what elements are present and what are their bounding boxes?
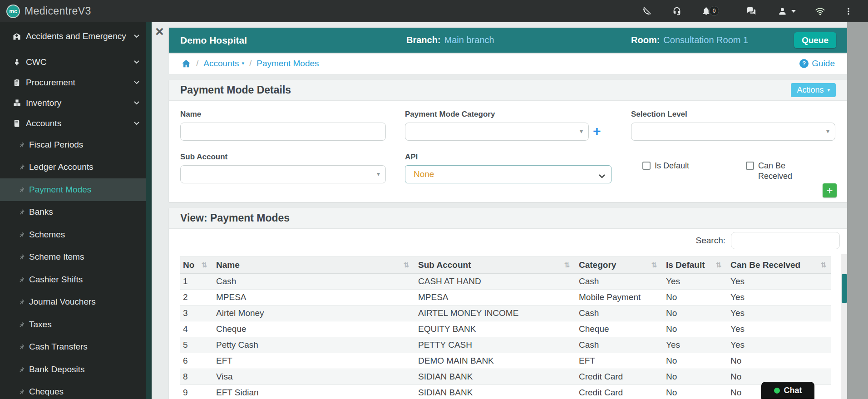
branch-link[interactable]: Main branch [444, 35, 494, 45]
sidebar-item-label: Procurement [26, 78, 75, 88]
question-icon: ? [799, 59, 809, 68]
sidebar-item-accounts[interactable]: Accounts [0, 113, 146, 133]
question-glyph: ? [802, 60, 806, 67]
breadcrumb-label: Accounts [203, 59, 239, 69]
pin-icon [18, 299, 25, 305]
column-header-name[interactable]: Name⇅ [212, 257, 414, 274]
search-input[interactable] [731, 232, 840, 249]
table-row[interactable]: 6EFTDEMO MAIN BANKEFTNoNo [180, 353, 831, 369]
scrollbar-thumb[interactable] [842, 274, 847, 303]
view-payment-modes-panel: View: Payment Modes Search: No [169, 208, 847, 399]
name-input[interactable] [180, 123, 386, 141]
cell-category: EFT [574, 353, 661, 369]
wifi-status-icon[interactable] [814, 0, 826, 22]
spacer [169, 202, 847, 208]
brand-title: MedicentreV3 [25, 5, 91, 17]
breadcrumb-separator: / [249, 59, 252, 69]
chevron-down-icon: ▾ [580, 128, 583, 135]
cell-no: 9 [180, 385, 212, 399]
breadcrumb-accounts[interactable]: Accounts ▾ [203, 59, 244, 69]
hospital-name: Demo Hospital [180, 28, 247, 53]
sidebar-item-cwc[interactable]: CWC [0, 52, 146, 72]
scrollbar[interactable] [841, 254, 847, 399]
table-row[interactable]: 3Airtel MoneyAIRTEL MONEY INCOMECashNoYe… [180, 305, 831, 321]
sidebar-item-procurement[interactable]: Procurement [0, 72, 146, 93]
user-menu-icon[interactable] [777, 0, 788, 22]
add-category-icon[interactable]: + [593, 123, 601, 139]
payment-mode-category-select[interactable]: ▾ [405, 123, 589, 141]
category-field-group: Payment Mode Category ▾ [405, 110, 589, 141]
column-header-no[interactable]: No⇅ [180, 257, 212, 274]
sidebar-item-inventory[interactable]: Inventory [0, 93, 146, 113]
sidebar-item-bank-deposits[interactable]: Bank Deposits [0, 358, 146, 381]
close-icon[interactable]: × [155, 25, 164, 38]
api-select[interactable]: None [405, 165, 612, 183]
kebab-menu-icon[interactable] [843, 0, 853, 22]
room-link[interactable]: Consultation Room 1 [663, 35, 748, 45]
cell-no: 8 [180, 369, 212, 385]
column-header-sub-account[interactable]: Sub Account⇅ [414, 257, 574, 274]
sidebar-item-label: Ledger Accounts [29, 162, 94, 172]
column-header-category[interactable]: Category⇅ [574, 257, 661, 274]
sidebar-item-fiscal-periods[interactable]: Fiscal Periods [0, 133, 146, 156]
support-agent-icon[interactable] [671, 0, 682, 22]
add-payment-mode-button[interactable]: + [823, 183, 837, 197]
sidebar-item-label: Payment Modes [29, 185, 91, 195]
chevron-down-icon [134, 101, 139, 104]
chevron-down-icon [599, 172, 605, 180]
table-row[interactable]: 9EFT SidianSIDIAN BANKCredit CardNoNo [180, 385, 831, 399]
checkbox-box[interactable] [642, 162, 651, 170]
sidebar-item-payment-modes[interactable]: Payment Modes [0, 178, 146, 201]
table-row[interactable]: 4ChequeEQUITY BANKChequeNoYes [180, 321, 831, 337]
guide-label: Guide [812, 59, 835, 69]
sidebar-item-ledger-accounts[interactable]: Ledger Accounts [0, 156, 146, 179]
sidebar-item-cash-transfers[interactable]: Cash Transfers [0, 336, 146, 359]
guide-link[interactable]: ? Guide [799, 59, 835, 69]
sort-icon: ⇅ [403, 261, 409, 269]
sidebar-item-cheques[interactable]: Cheques [0, 381, 146, 399]
can-be-received-checkbox[interactable]: Can Be Received [746, 161, 804, 181]
table-row[interactable]: 2MPESAMPESAMobile PaymentNoYes [180, 290, 831, 305]
messages-icon[interactable] [745, 0, 757, 22]
column-header-can-be-received[interactable]: Can Be Received⇅ [726, 257, 831, 274]
cell-sub-account: MPESA [414, 290, 574, 305]
app-logo-icon: mc [6, 5, 20, 18]
phone-disabled-icon[interactable] [641, 0, 652, 22]
chat-label: Chat [784, 386, 802, 395]
branch-label: Branch: [406, 35, 441, 45]
sidebar-item-accidents-and-emergency[interactable]: Accidents and Emergency [0, 26, 146, 46]
sidebar-item-taxes[interactable]: Taxes [0, 313, 146, 336]
chevron-down-icon: ▾ [377, 170, 380, 177]
table-row[interactable]: 8VisaSIDIAN BANKCredit CardNoNo [180, 369, 831, 385]
is-default-checkbox[interactable]: Is Default [642, 161, 689, 171]
sidebar-item-label: Accidents and Emergency [26, 31, 126, 41]
chat-widget[interactable]: Chat [761, 382, 814, 399]
selection-level-select[interactable]: ▾ [631, 123, 835, 141]
table-row[interactable]: 5Petty CashPETTY CASHCashYesYes [180, 337, 831, 353]
table-container: No⇅ Name⇅ Sub Account⇅ Category⇅ Is Defa… [180, 256, 831, 399]
brand[interactable]: mc MedicentreV3 [6, 0, 91, 22]
breadcrumb-payment-modes[interactable]: Payment Modes [256, 59, 319, 69]
sidebar-item-scheme-items[interactable]: Scheme Items [0, 246, 146, 269]
sidebar-main-menu: Accidents and Emergency CWC Procurement [0, 22, 146, 133]
column-header-is-default[interactable]: Is Default⇅ [661, 257, 726, 274]
cell-is-default: No [661, 305, 726, 321]
table-row[interactable]: 1CashCASH AT HANDCashYesYes [180, 274, 831, 290]
sidebar-item-cashier-shifts[interactable]: Cashier Shifts [0, 268, 146, 291]
pin-icon [18, 321, 25, 328]
selection-level-field-group: Selection Level ▾ [631, 110, 835, 141]
sidebar-item-journal-vouchers[interactable]: Journal Vouchers [0, 291, 146, 314]
checkbox-box[interactable] [746, 162, 754, 170]
queue-button[interactable]: Queue [794, 32, 836, 48]
home-icon[interactable] [181, 59, 191, 69]
cell-no: 4 [180, 321, 212, 337]
sidebar-item-schemes[interactable]: Schemes [0, 223, 146, 246]
sub-account-select[interactable]: ▾ [180, 165, 386, 183]
cell-no: 5 [180, 337, 212, 353]
cell-category: Credit Card [574, 369, 661, 385]
sidebar-item-banks[interactable]: Banks [0, 201, 146, 224]
actions-button[interactable]: Actions ▾ [791, 83, 836, 97]
notification-count-badge: 0 [709, 6, 719, 16]
sort-icon: ⇅ [564, 261, 570, 269]
chevron-down-icon: ▾ [826, 128, 829, 135]
